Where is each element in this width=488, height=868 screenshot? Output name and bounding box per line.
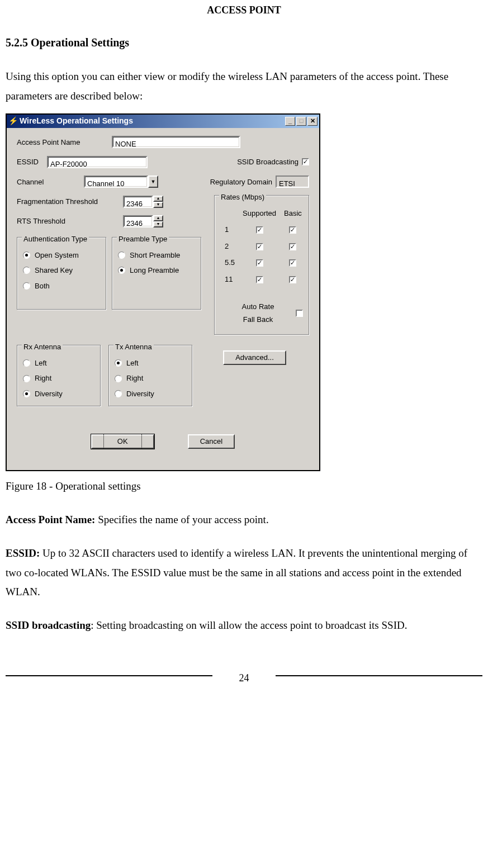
tx-option[interactable]: Diversity (115, 387, 186, 400)
auth-label: Both (35, 279, 50, 292)
basic-checkbox[interactable]: ✓ (289, 226, 296, 234)
chevron-down-icon[interactable]: ▼ (148, 176, 158, 188)
rx-option[interactable]: Right (23, 372, 94, 385)
preamble-label: Long Preamble (130, 264, 179, 277)
supported-checkbox[interactable]: ✓ (256, 259, 263, 267)
fall-back-label: Fall Back (220, 313, 296, 326)
frag-down-button[interactable]: ▼ (153, 202, 163, 208)
maximize-button[interactable]: □ (296, 117, 306, 126)
rx-label: Diversity (35, 387, 63, 400)
definition: SSID broadcasting: Setting broadcasting … (6, 616, 482, 635)
auto-rate-checkbox[interactable] (296, 310, 303, 317)
dialog-window: ⚡ WireLess Operational Settings _ □ ✕ Ac… (6, 113, 320, 471)
rts-input[interactable]: 2346 (123, 215, 153, 227)
radio-icon[interactable] (115, 390, 122, 397)
tx-label: Diversity (126, 387, 154, 400)
auth-option[interactable]: Open System (23, 249, 100, 262)
rate-label: 11 (221, 272, 238, 287)
radio-icon[interactable] (23, 359, 30, 367)
auth-option[interactable]: Both (23, 279, 100, 292)
rx-antenna-group: Rx Antenna LeftRightDiversity (17, 345, 101, 406)
radio-icon[interactable] (118, 267, 125, 274)
figure-caption: Figure 18 - Operational settings (6, 477, 482, 496)
close-button[interactable]: ✕ (307, 117, 318, 126)
essid-input[interactable]: AP-F20000 (47, 156, 148, 168)
auth-type-group: Authentication Type Open SystemShared Ke… (17, 237, 106, 310)
rx-label: Right (35, 372, 51, 385)
cancel-button[interactable]: Cancel (188, 434, 235, 449)
auth-type-legend: Authentication Type (22, 233, 89, 245)
basic-checkbox[interactable]: ✓ (289, 243, 296, 250)
window-title: WireLess Operational Settings (20, 114, 284, 128)
bolt-icon: ⚡ (8, 117, 17, 126)
auth-label: Shared Key (35, 264, 73, 277)
preamble-type-legend: Preamble Type (117, 233, 169, 245)
minimize-button[interactable]: _ (285, 117, 295, 126)
ap-name-label: Access Point Name (17, 136, 112, 149)
advanced-button[interactable]: Advanced... (223, 350, 286, 365)
page-number: 24 (239, 672, 249, 684)
essid-label: ESSID (17, 155, 47, 168)
supported-header: Supported (239, 206, 279, 221)
radio-icon[interactable] (115, 359, 122, 367)
tx-label: Right (126, 372, 143, 385)
channel-label: Channel (17, 176, 84, 188)
ssid-bcast-label: SSID Broadcasting (237, 155, 299, 168)
reg-domain-label: Regulatory Domain (210, 176, 272, 188)
rates-legend: Rates (Mbps) (219, 191, 266, 203)
radio-icon[interactable] (115, 375, 122, 382)
rts-down-button[interactable]: ▼ (153, 221, 163, 227)
intro-text: Using this option you can either view or… (6, 67, 482, 105)
titlebar[interactable]: ⚡ WireLess Operational Settings _ □ ✕ (7, 115, 319, 128)
rate-label: 5.5 (221, 255, 238, 270)
ap-name-input[interactable]: NONE (112, 136, 240, 148)
supported-checkbox[interactable]: ✓ (256, 226, 263, 234)
supported-checkbox[interactable]: ✓ (256, 243, 263, 250)
definition: Access Point Name: Specifies the name of… (6, 510, 482, 529)
reg-domain-field: ETSI (276, 176, 309, 188)
definition-text: Up to 32 ASCII characters used to identi… (6, 547, 467, 597)
rate-row: 2✓✓ (221, 239, 305, 254)
rate-label: 2 (221, 239, 238, 254)
tx-option[interactable]: Left (115, 357, 186, 369)
radio-icon[interactable] (23, 375, 30, 382)
definition-term: Access Point Name: (6, 514, 98, 525)
definition-term: ESSID: (6, 547, 42, 559)
frag-label: Fragmentation Threshold (17, 195, 123, 208)
ssid-bcast-checkbox[interactable]: ✓ (302, 158, 309, 165)
page-footer: 24 (6, 668, 482, 685)
rx-antenna-legend: Rx Antenna (22, 340, 63, 353)
basic-header: Basic (281, 206, 305, 221)
rate-label: 1 (221, 222, 238, 237)
frag-input[interactable]: 2346 (123, 196, 153, 208)
channel-select[interactable]: Channel 10 (84, 176, 148, 188)
rx-option[interactable]: Diversity (23, 387, 94, 400)
tx-label: Left (126, 357, 139, 369)
auto-rate-label: Auto Rate (220, 300, 296, 313)
preamble-option[interactable]: Long Preamble (118, 264, 195, 277)
rts-label: RTS Threshold (17, 215, 123, 227)
definition-term: SSID broadcasting (6, 619, 91, 631)
ok-button[interactable]: OK (91, 434, 154, 449)
tx-option[interactable]: Right (115, 372, 186, 385)
radio-icon[interactable] (23, 267, 30, 274)
rx-option[interactable]: Left (23, 357, 94, 369)
rx-label: Left (35, 357, 47, 369)
preamble-option[interactable]: Short Preamble (118, 249, 195, 262)
definition-text: Specifies the name of your access point. (98, 514, 268, 525)
supported-checkbox[interactable]: ✓ (256, 276, 263, 283)
rate-row: 1✓✓ (221, 222, 305, 237)
basic-checkbox[interactable]: ✓ (289, 259, 296, 267)
radio-icon[interactable] (118, 252, 125, 259)
basic-checkbox[interactable]: ✓ (289, 276, 296, 283)
rate-row: 11✓✓ (221, 272, 305, 287)
radio-icon[interactable] (23, 282, 30, 290)
tx-antenna-legend: Tx Antenna (113, 340, 154, 353)
page-header: ACCESS POINT (6, 1, 482, 19)
definition: ESSID: Up to 32 ASCII characters used to… (6, 544, 482, 601)
section-title: 5.2.5 Operational Settings (6, 32, 482, 53)
radio-icon[interactable] (23, 252, 30, 259)
auth-option[interactable]: Shared Key (23, 264, 100, 277)
tx-antenna-group: Tx Antenna LeftRightDiversity (108, 345, 192, 406)
radio-icon[interactable] (23, 390, 30, 397)
